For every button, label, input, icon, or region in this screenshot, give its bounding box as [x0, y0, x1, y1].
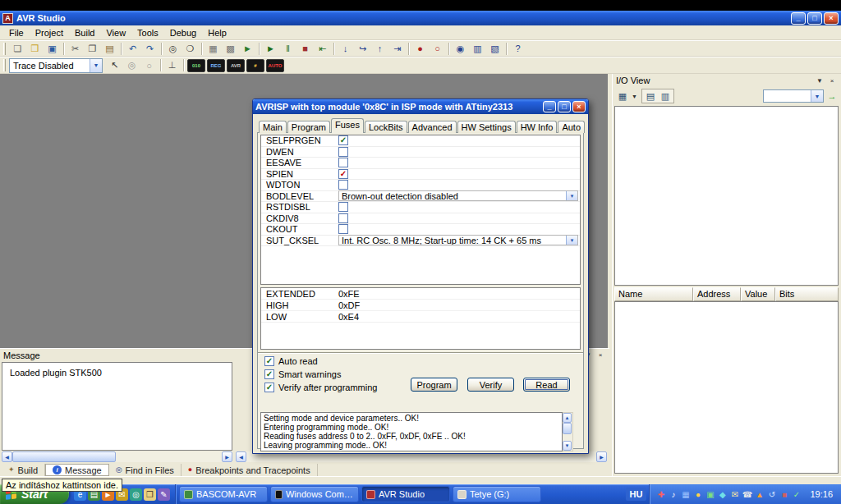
paste-icon[interactable]: ▤	[102, 42, 117, 56]
scroll-left-icon[interactable]: ◀	[2, 451, 12, 462]
dialog-minimize-button[interactable]: _	[543, 101, 556, 112]
smart-warnings-checkbox[interactable]: ✓	[264, 369, 274, 379]
volume-tray-icon[interactable]: ♪	[667, 488, 679, 501]
tab-find-in-files[interactable]: ◎Find in Files	[109, 464, 182, 476]
tab-message[interactable]: iMessage	[45, 464, 109, 476]
fuse-select-sut-cksel[interactable]: Int. RC Osc. 8 MHz; Start-up time: 14 CK…	[338, 235, 578, 245]
scrollbar-track[interactable]	[563, 434, 572, 441]
device-tray-icon[interactable]: ☎	[741, 488, 753, 501]
io-filter-combo[interactable]: ▼	[763, 89, 824, 103]
undo-icon[interactable]: ↶	[125, 42, 140, 56]
close-button[interactable]: ×	[824, 12, 839, 25]
dialog-tab-lockbits[interactable]: LockBits	[365, 121, 407, 133]
fuse-checkbox-selfprgen[interactable]: ✓	[338, 135, 348, 145]
menu-file[interactable]: File	[3, 26, 30, 39]
grid-view-icon[interactable]: ▥	[658, 89, 673, 103]
warning-tray-icon[interactable]: ▲	[753, 488, 765, 501]
power-tray-icon[interactable]: ■	[778, 488, 790, 501]
stop-icon[interactable]: ■	[297, 42, 313, 56]
message-horizontal-scrollbar[interactable]: ◀ ▶	[2, 451, 232, 462]
io-register-tree[interactable]	[614, 106, 839, 286]
build-icon[interactable]: ▩	[223, 42, 238, 56]
go-arrow-icon[interactable]: →	[825, 89, 839, 103]
panel-menu-icon[interactable]: ▼	[814, 76, 825, 86]
fuse-checkbox-rstdisbl[interactable]	[338, 202, 348, 212]
fuse-select-bodlevel[interactable]: Brown-out detection disabled ▼	[338, 190, 578, 201]
trace-bits-icon[interactable]: 010	[187, 59, 205, 72]
restore-button[interactable]: □	[807, 12, 822, 25]
verify-button[interactable]: Verify	[467, 378, 514, 392]
dialog-tab-main[interactable]: Main	[259, 121, 287, 133]
dialog-tab-program[interactable]: Program	[287, 121, 330, 133]
find-in-files-icon[interactable]: ❍	[182, 42, 198, 56]
dialog-tab-fuses[interactable]: Fuses	[331, 118, 364, 133]
fuse-checkbox-ckout[interactable]	[338, 224, 348, 234]
dialog-maximize-button[interactable]: □	[558, 101, 571, 112]
taskbar-clock[interactable]: 19:16	[803, 489, 836, 499]
fuse-checkbox-spien[interactable]: ✓	[338, 169, 348, 179]
pause-icon[interactable]: ‖	[280, 42, 296, 56]
copy-icon[interactable]: ❐	[85, 42, 100, 56]
trace-registers-icon[interactable]: REG	[207, 59, 225, 72]
probe-icon[interactable]: ⊥	[164, 58, 180, 72]
language-indicator[interactable]: HU	[626, 488, 647, 501]
folder-quicklaunch-icon[interactable]: ❒	[144, 488, 156, 501]
step-out-icon[interactable]: ↑	[372, 42, 388, 56]
fuse-checkbox-eesave[interactable]	[338, 158, 348, 167]
toolbar-grip[interactable]	[3, 59, 6, 71]
panel-close-icon[interactable]: ×	[826, 76, 838, 86]
task-bascom-avr[interactable]: BASCOM-AVR	[179, 486, 268, 502]
scrollbar-thumb[interactable]	[12, 451, 116, 462]
message-list[interactable]: Loaded plugin STK500	[2, 362, 232, 451]
open-file-icon[interactable]: ❒	[27, 42, 43, 56]
memory-icon[interactable]: ▥	[470, 42, 485, 56]
dialog-tab-auto[interactable]: Auto	[558, 121, 585, 133]
new-file-icon[interactable]: ❏	[10, 42, 25, 56]
task-tetye-drive[interactable]: Tetye (G:)	[453, 486, 541, 502]
fuse-checkbox-wdton[interactable]	[338, 180, 348, 190]
scrollbar-thumb[interactable]	[563, 423, 572, 434]
scroll-up-icon[interactable]: ▲	[563, 413, 572, 423]
firewall-tray-icon[interactable]: ▣	[704, 488, 716, 501]
update-tray-icon[interactable]: ●	[692, 488, 704, 501]
find-icon[interactable]: ◎	[165, 42, 181, 56]
select-cursor-icon[interactable]: ↖	[107, 58, 122, 72]
programmer-log-output[interactable]: Setting mode and device parameters.. OK!…	[260, 412, 563, 451]
zoom-in-icon[interactable]: ◎	[124, 58, 140, 72]
scroll-down-icon[interactable]: ▼	[563, 441, 572, 451]
program-button[interactable]: Program	[411, 378, 457, 392]
read-button[interactable]: Read	[523, 378, 570, 392]
registers-icon[interactable]: ▧	[487, 42, 503, 56]
chip-icon[interactable]: ▦	[615, 89, 630, 103]
io-register-table[interactable]	[614, 301, 839, 474]
menu-help[interactable]: Help	[202, 26, 232, 39]
log-vertical-scrollbar[interactable]: ▲ ▼	[563, 412, 573, 451]
toolbar-grip[interactable]	[3, 43, 6, 55]
step-over-icon[interactable]: ↪	[355, 42, 370, 56]
scroll-right-icon[interactable]: ▶	[596, 451, 607, 462]
auto-step-icon[interactable]: AUTO	[266, 59, 284, 72]
chevron-down-icon[interactable]: ▼	[566, 191, 577, 200]
save-icon[interactable]: ▣	[44, 42, 60, 56]
step-into-icon[interactable]: ↓	[338, 42, 353, 56]
scroll-left-icon[interactable]: ◀	[236, 451, 246, 462]
menu-debug[interactable]: Debug	[164, 26, 202, 39]
verify-after-programming-checkbox[interactable]: ✓	[264, 383, 274, 392]
io-column-header[interactable]: Name	[614, 287, 693, 301]
antivirus-tray-icon[interactable]: ✚	[655, 488, 667, 501]
help-icon[interactable]: ?	[510, 42, 526, 56]
list-view-icon[interactable]: ▤	[643, 89, 658, 103]
watch-icon[interactable]: ◉	[453, 42, 468, 56]
task-windows-command[interactable]: Windows Command...	[270, 486, 359, 502]
dialog-tab-hw-settings[interactable]: HW Settings	[457, 121, 516, 133]
auto-read-checkbox[interactable]: ✓	[264, 356, 274, 366]
trace-mode-combo[interactable]: Trace Disabled ▼	[9, 58, 103, 73]
chevron-down-icon[interactable]: ▼	[811, 90, 823, 102]
scroll-right-icon[interactable]: ▶	[222, 451, 232, 462]
chevron-down-icon[interactable]: ▼	[90, 59, 102, 72]
run-icon[interactable]: ►	[263, 42, 278, 56]
dialog-close-button[interactable]: ×	[572, 101, 586, 112]
minimize-button[interactable]: _	[791, 12, 806, 25]
scheduler-tray-icon[interactable]: ✓	[790, 488, 802, 501]
messenger-tray-icon[interactable]: ◆	[716, 488, 728, 501]
